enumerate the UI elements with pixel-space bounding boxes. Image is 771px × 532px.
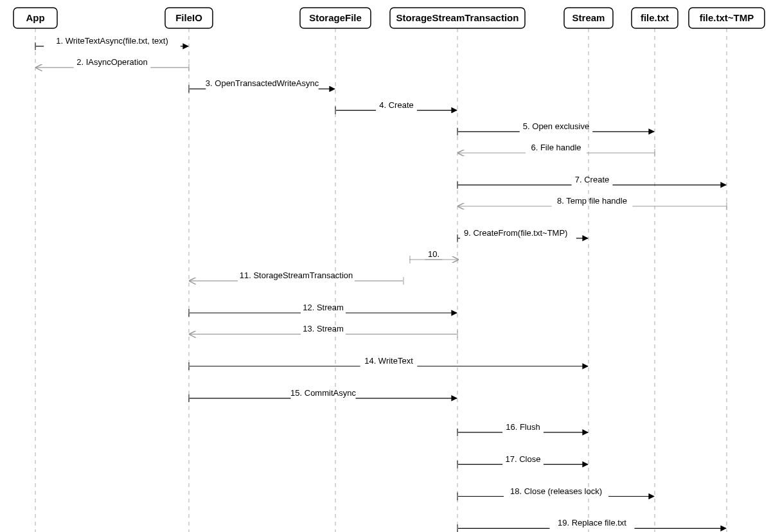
- msg-label-18: 18. Close (releases lock): [510, 486, 602, 496]
- msg-label-5: 5. Open exclusive: [523, 121, 589, 131]
- msg-label-19: 19. Replace file.txt: [558, 518, 626, 528]
- msg-label-16: 16. Flush: [506, 422, 540, 432]
- msg-label-6: 6. File handle: [531, 143, 581, 152]
- participant-label-App: App: [26, 12, 44, 23]
- msg-label-17: 17. Close: [506, 454, 541, 464]
- participant-label-Tmp: file.txt~TMP: [700, 12, 754, 23]
- msg-label-11: 11. StorageStreamTransaction: [240, 270, 353, 280]
- msg-label-3: 3. OpenTransactedWriteAsync: [206, 78, 319, 88]
- msg-label-1: 1. WriteTextAsync(file.txt, text): [56, 36, 168, 46]
- msg-label-2: 2. IAsyncOperation: [76, 57, 148, 67]
- msg-label-12: 12. Stream: [303, 303, 344, 312]
- msg-label-8: 8. Temp file handle: [557, 196, 627, 206]
- msg-label-13: 13. Stream: [303, 324, 344, 333]
- msg-label-10: 10.: [428, 249, 439, 259]
- participant-label-File: file.txt: [641, 12, 669, 23]
- participant-label-Stream: Stream: [572, 12, 605, 23]
- sequence-diagram: AppFileIOStorageFileStorageStreamTransac…: [0, 0, 771, 532]
- msg-label-7: 7. Create: [575, 175, 609, 184]
- msg-label-9: 9. CreateFrom(file.txt~TMP): [464, 228, 567, 238]
- participant-label-SFile: StorageFile: [309, 12, 362, 23]
- msg-label-4: 4. Create: [379, 100, 413, 110]
- msg-label-15: 15. CommitAsync: [290, 388, 356, 398]
- participant-label-SST: StorageStreamTransaction: [396, 12, 519, 23]
- msg-label-14: 14. WriteText: [364, 356, 413, 366]
- participant-label-FileIO: FileIO: [175, 12, 202, 23]
